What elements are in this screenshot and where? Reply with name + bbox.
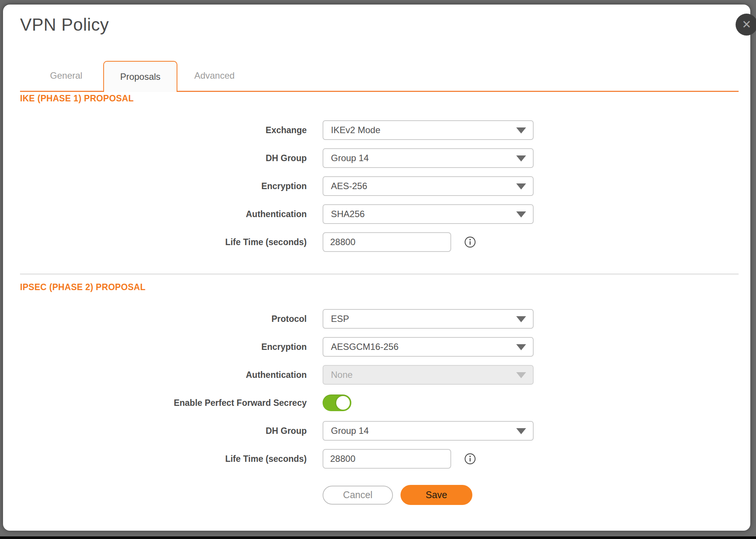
ipsec-authentication-dropdown: None [323, 365, 534, 385]
protocol-dropdown[interactable]: ESP [323, 309, 534, 329]
tab-advanced[interactable]: Advanced [177, 70, 251, 91]
ike-authentication-dropdown-label: Authentication [20, 209, 307, 219]
exchange-dropdown-control: IKEv2 Mode [323, 120, 534, 140]
form-row: DH GroupGroup 14 [20, 417, 739, 445]
ike-encryption-dropdown-control: AES-256 [323, 176, 534, 196]
info-icon[interactable] [464, 236, 476, 248]
chevron-down-icon [516, 155, 526, 162]
ipsec-encryption-dropdown-control: AESGCM16-256 [323, 337, 534, 357]
chevron-down-icon [516, 428, 526, 434]
chevron-down-icon [516, 127, 526, 134]
tab-proposals[interactable]: Proposals [103, 61, 177, 92]
dimmed-background: VPN Policy General Proposals Advanced IK… [0, 0, 756, 539]
pfs-toggle-control [323, 395, 351, 411]
form-row: EncryptionAESGCM16-256 [20, 333, 739, 361]
pfs-toggle-label: Enable Perfect Forward Secrecy [20, 398, 307, 408]
ipsec-life-time-input-label: Life Time (seconds) [20, 454, 307, 464]
vpn-policy-dialog: VPN Policy General Proposals Advanced IK… [3, 5, 750, 531]
chevron-down-icon [516, 211, 526, 217]
tab-bar: General Proposals Advanced [20, 60, 739, 92]
exchange-dropdown-value: IKEv2 Mode [331, 125, 380, 135]
protocol-dropdown-value: ESP [331, 314, 349, 324]
exchange-dropdown[interactable]: IKEv2 Mode [323, 120, 534, 140]
ipsec-life-time-input[interactable] [323, 449, 451, 469]
form-row: AuthenticationNone [20, 361, 739, 389]
cancel-button[interactable]: Cancel [323, 486, 393, 505]
section-heading-ipsec: IPSEC (PHASE 2) PROPOSAL [20, 282, 739, 292]
ipsec-authentication-dropdown-value: None [331, 370, 352, 380]
ipsec-dh-group-dropdown[interactable]: Group 14 [323, 421, 534, 441]
chevron-down-icon [516, 316, 526, 322]
close-button[interactable]: ✕ [736, 14, 756, 36]
form-row: EncryptionAES-256 [20, 172, 739, 200]
ike-authentication-dropdown-control: SHA256 [323, 204, 534, 224]
ike-dh-group-dropdown-control: Group 14 [323, 148, 534, 168]
ike-phase1-rows: ExchangeIKEv2 ModeDH GroupGroup 14Encryp… [20, 116, 739, 256]
chevron-down-icon [516, 183, 526, 190]
ike-life-time-input-label: Life Time (seconds) [20, 237, 307, 247]
info-icon[interactable] [464, 453, 476, 465]
ike-encryption-dropdown-label: Encryption [20, 181, 307, 191]
ipsec-authentication-dropdown-control: None [323, 365, 534, 385]
form-row: ProtocolESP [20, 305, 739, 333]
ipsec-dh-group-dropdown-control: Group 14 [323, 421, 534, 441]
ike-encryption-dropdown-value: AES-256 [331, 181, 367, 191]
ike-phase1-section: IKE (PHASE 1) PROPOSAL ExchangeIKEv2 Mod… [20, 93, 739, 256]
ike-authentication-dropdown[interactable]: SHA256 [323, 204, 534, 224]
protocol-dropdown-label: Protocol [20, 314, 307, 324]
pfs-toggle[interactable] [323, 395, 351, 411]
form-row: Enable Perfect Forward Secrecy [20, 389, 739, 417]
footer-actions: Cancel Save [323, 485, 739, 505]
page-title: VPN Policy [20, 14, 109, 35]
form-row: AuthenticationSHA256 [20, 200, 739, 228]
ipsec-life-time-input-control [323, 449, 476, 469]
form-row: ExchangeIKEv2 Mode [20, 116, 739, 144]
ipsec-encryption-dropdown-value: AESGCM16-256 [331, 342, 399, 352]
chevron-down-icon [516, 372, 526, 378]
tab-general[interactable]: General [29, 70, 103, 91]
protocol-dropdown-control: ESP [323, 309, 534, 329]
ike-life-time-input-control [323, 232, 476, 252]
ipsec-dh-group-dropdown-value: Group 14 [331, 426, 369, 436]
chevron-down-icon [516, 344, 526, 350]
ike-dh-group-dropdown[interactable]: Group 14 [323, 148, 534, 168]
ipsec-encryption-dropdown-label: Encryption [20, 342, 307, 352]
ipsec-authentication-dropdown-label: Authentication [20, 370, 307, 380]
screen-bottom-edge [0, 536, 756, 539]
close-icon: ✕ [742, 19, 751, 30]
form-row: Life Time (seconds) [20, 228, 739, 256]
ipsec-phase2-section: IPSEC (PHASE 2) PROPOSAL ProtocolESPEncr… [20, 282, 739, 473]
form-row: Life Time (seconds) [20, 445, 739, 473]
exchange-dropdown-label: Exchange [20, 125, 307, 135]
section-divider [20, 273, 739, 275]
toggle-knob [336, 396, 350, 410]
ike-life-time-input[interactable] [323, 232, 451, 252]
save-button[interactable]: Save [401, 485, 472, 505]
ike-encryption-dropdown[interactable]: AES-256 [323, 176, 534, 196]
ipsec-phase2-rows: ProtocolESPEncryptionAESGCM16-256Authent… [20, 305, 739, 473]
ike-dh-group-dropdown-value: Group 14 [331, 153, 369, 163]
ipsec-dh-group-dropdown-label: DH Group [20, 426, 307, 436]
section-heading-ike: IKE (PHASE 1) PROPOSAL [20, 93, 739, 104]
ipsec-encryption-dropdown[interactable]: AESGCM16-256 [323, 337, 534, 357]
proposals-tab-content: IKE (PHASE 1) PROPOSAL ExchangeIKEv2 Mod… [20, 93, 739, 505]
form-row: DH GroupGroup 14 [20, 144, 739, 172]
ike-authentication-dropdown-value: SHA256 [331, 209, 365, 219]
ike-dh-group-dropdown-label: DH Group [20, 153, 307, 163]
